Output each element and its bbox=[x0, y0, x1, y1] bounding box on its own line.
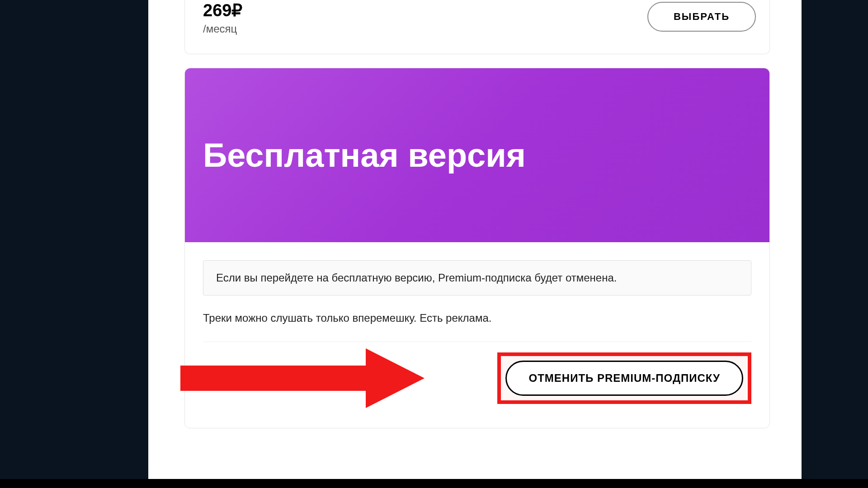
free-plan-body: Если вы перейдете на бесплатную версию, … bbox=[185, 242, 769, 428]
cancel-row: ОТМЕНИТЬ PREMIUM-ПОДПИСКУ bbox=[203, 347, 751, 410]
arrow-shaft-icon bbox=[180, 366, 366, 391]
page-background: 269₽ /месяц ВЫБРАТЬ Бесплатная версия Ес… bbox=[0, 0, 868, 479]
price-period: /месяц bbox=[203, 23, 242, 35]
arrow-annotation bbox=[180, 349, 470, 408]
cancellation-warning: Если вы перейдете на бесплатную версию, … bbox=[203, 260, 751, 296]
select-plan-button[interactable]: ВЫБРАТЬ bbox=[647, 2, 756, 32]
free-plan-description: Треки можно слушать только вперемешку. Е… bbox=[203, 312, 751, 324]
divider bbox=[203, 342, 751, 342]
price-block: 269₽ /месяц bbox=[203, 0, 242, 35]
arrow-head-icon bbox=[366, 348, 425, 408]
price-value: 269₽ bbox=[203, 2, 242, 19]
paid-plan-card: 269₽ /месяц ВЫБРАТЬ bbox=[184, 0, 770, 54]
free-plan-card: Бесплатная версия Если вы перейдете на б… bbox=[184, 68, 770, 428]
free-plan-banner: Бесплатная версия bbox=[185, 68, 769, 242]
free-plan-title: Бесплатная версия bbox=[203, 136, 526, 174]
cancel-premium-button[interactable]: ОТМЕНИТЬ PREMIUM-ПОДПИСКУ bbox=[505, 361, 743, 396]
letterbox-bottom bbox=[0, 479, 868, 488]
highlight-box: ОТМЕНИТЬ PREMIUM-ПОДПИСКУ bbox=[497, 352, 751, 404]
